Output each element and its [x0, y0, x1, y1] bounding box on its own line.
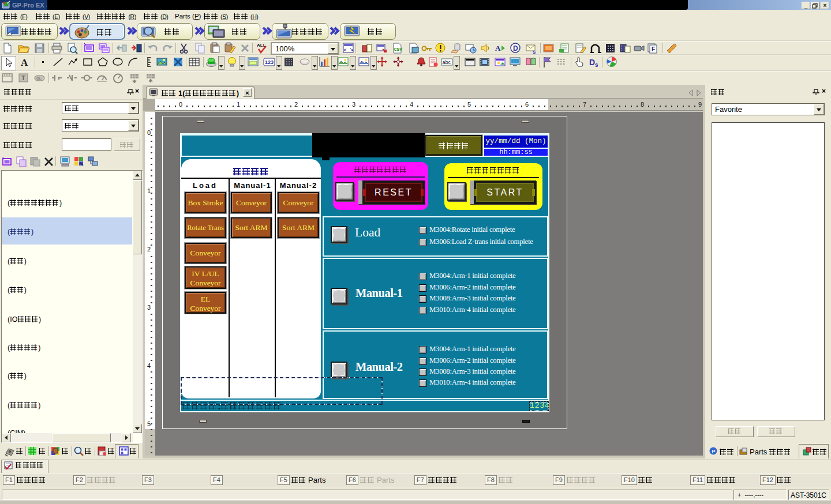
svg-text:P: P — [712, 449, 716, 454]
svg-text:GL: GL — [36, 77, 42, 80]
svg-text:S: S — [533, 50, 536, 55]
svg-text:A: A — [495, 44, 501, 52]
svg-text:A: A — [21, 57, 28, 68]
svg-text:D: D — [513, 44, 518, 52]
svg-text:F: F — [652, 46, 655, 52]
svg-text:D: D — [589, 58, 595, 67]
svg-text:T: T — [21, 74, 25, 81]
svg-text:s: s — [595, 62, 598, 68]
svg-text:abc: abc — [443, 59, 451, 65]
svg-text:123: 123 — [265, 59, 274, 65]
svg-text:CSV: CSV — [394, 47, 403, 51]
